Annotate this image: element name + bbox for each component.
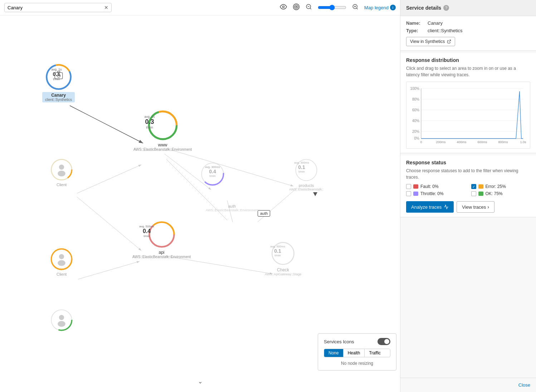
eye-icon[interactable] (280, 3, 287, 12)
svg-text:200ms: 200ms (436, 140, 446, 144)
no-resize-label: No node resizing (324, 361, 390, 366)
node-www[interactable]: avg. 1s 0.3 t/min www AWS::ElasticBeanst… (133, 109, 192, 151)
svg-text:60%: 60% (412, 108, 419, 112)
svg-line-5 (310, 8, 311, 9)
view-mode-buttons: None Health Traffic (324, 349, 390, 357)
traffic-button[interactable]: Traffic (365, 349, 385, 357)
view-traces-chevron: › (487, 204, 489, 210)
svg-line-17 (77, 197, 141, 251)
services-icons-toggle[interactable] (377, 338, 390, 345)
zoom-range[interactable] (318, 5, 346, 10)
svg-text:600ms: 600ms (477, 140, 487, 144)
search-box: ✕ (4, 3, 112, 12)
svg-text:40%: 40% (412, 119, 419, 123)
panel-title: Service details (406, 5, 441, 11)
name-label: Name: (406, 20, 428, 26)
none-button[interactable]: None (324, 349, 343, 357)
svg-point-2 (294, 5, 298, 9)
check-sublabel: AWS::ApiGateway::Stage (265, 272, 301, 276)
view-synthetics-button[interactable]: View in Synthetics (406, 37, 455, 46)
svg-text:800ms: 800ms (498, 140, 508, 144)
svg-point-36 (58, 171, 65, 176)
ok-color (478, 192, 483, 196)
right-panel: Service details ? Name: Canary Type: cli… (400, 0, 536, 392)
svg-point-35 (59, 165, 64, 170)
map-legend-button[interactable]: Map legend i (364, 5, 396, 10)
throttle-checkbox[interactable] (406, 191, 411, 196)
toolbar-icons: Map legend i (280, 3, 396, 12)
health-button[interactable]: Health (343, 349, 365, 357)
throttle-label: Throttle: 0% (420, 191, 444, 196)
svg-text:100%: 100% (410, 87, 419, 91)
panel-footer: Close (400, 378, 536, 392)
node-client1[interactable]: Client (49, 158, 74, 187)
status-ok: OK: 75% (471, 191, 531, 196)
svg-point-45 (59, 254, 64, 259)
svg-point-51 (58, 321, 65, 327)
map-area: ✕ Map legend i (0, 0, 400, 392)
client2-label: Client (57, 272, 67, 276)
svg-text:Duration: Duration (465, 145, 479, 145)
svg-line-13 (70, 106, 143, 143)
svg-text:20%: 20% (412, 130, 419, 134)
auth-label-area: auth AWS::ElasticBeanstalk::Environment (206, 204, 258, 212)
svg-line-16 (77, 165, 141, 193)
name-value: Canary (428, 20, 443, 26)
ok-checkbox[interactable] (471, 191, 476, 196)
collapse-button[interactable]: ⌄ (198, 378, 203, 385)
view-synthetics-label: View in Synthetics (410, 39, 445, 44)
clear-search-button[interactable]: ✕ (104, 5, 108, 10)
action-buttons: Analyze traces View traces › (406, 201, 530, 213)
svg-point-46 (58, 260, 65, 266)
svg-point-0 (283, 6, 284, 8)
svg-point-50 (59, 315, 64, 320)
error-checkbox[interactable] (471, 184, 476, 189)
legend-box: Services Icons None Health Traffic No no… (318, 333, 396, 371)
node-canary[interactable]: avg. 1s 0.1 t/min Canary client::Synthet… (42, 63, 75, 102)
response-status-desc: Choose response statuses to add to the f… (406, 168, 530, 180)
response-status-section: Response status Choose response statuses… (400, 155, 536, 217)
error-label: Error: 25% (486, 184, 506, 189)
panel-header: Service details ? (400, 0, 536, 16)
canary-sublabel: client::Synthetics (45, 98, 72, 102)
chart-svg: 100% 80% 60% 40% 20% 0% 0 200ms 400ms (409, 84, 527, 145)
search-input[interactable] (8, 5, 104, 10)
client1-label: Client (57, 183, 67, 187)
node-mid[interactable]: avg. 300ms 0.4 t/min (200, 161, 225, 187)
service-info-section: Name: Canary Type: client::Synthetics Vi… (400, 16, 536, 51)
fault-checkbox[interactable] (406, 184, 411, 189)
node-client2[interactable]: Client (49, 247, 74, 276)
svg-marker-23 (313, 192, 317, 196)
node-check[interactable]: avg. 500ms 0.1 t/min Check AWS::ApiGatew… (265, 241, 301, 276)
fault-label: Fault: 0% (420, 184, 439, 189)
zoom-out-icon[interactable] (306, 4, 312, 12)
toolbar: ✕ Map legend i (0, 0, 400, 15)
node-client3[interactable] (49, 308, 74, 332)
response-status-title: Response status (406, 160, 530, 165)
panel-help-icon[interactable]: ? (443, 5, 449, 11)
svg-text:400ms: 400ms (457, 140, 467, 144)
products-label: products (289, 183, 323, 188)
svg-point-3 (296, 6, 297, 7)
node-api[interactable]: avg. 533ms 0.4 t/min api AWS::ElasticBea… (132, 220, 191, 259)
svg-text:0%: 0% (414, 136, 420, 140)
status-throttle: Throttle: 0% (406, 191, 466, 196)
node-products[interactable]: avg. 300ms 0.1 t/min products AWS::Elast… (289, 158, 323, 191)
analyze-traces-label: Analyze traces (411, 204, 442, 210)
response-dist-title: Response distribution (406, 57, 530, 63)
ok-label: OK: 75% (486, 191, 503, 196)
close-button[interactable]: Close (518, 382, 530, 388)
map-legend-info-icon: i (390, 5, 396, 10)
target-icon[interactable] (293, 3, 300, 12)
status-error: Error: 25% (471, 184, 531, 189)
zoom-slider (318, 5, 346, 10)
view-traces-button[interactable]: View traces › (457, 201, 494, 213)
view-traces-label: View traces (462, 204, 486, 210)
api-label: api (132, 250, 191, 255)
svg-line-14 (166, 149, 293, 186)
zoom-in-icon[interactable] (352, 4, 359, 12)
www-label: www (133, 142, 192, 147)
throttle-color (413, 192, 418, 196)
response-dist-chart[interactable]: 100% 80% 60% 40% 20% 0% 0 200ms 400ms (406, 82, 530, 149)
analyze-traces-button[interactable]: Analyze traces (406, 201, 454, 213)
